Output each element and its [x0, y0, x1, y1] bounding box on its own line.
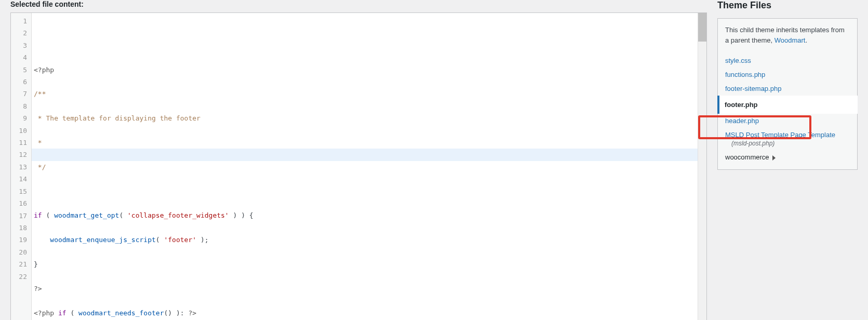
file-item-footer-php[interactable]: footer.php	[717, 96, 858, 114]
section-title: Selected file content:	[10, 0, 707, 8]
code-area[interactable]: <?php /** * The template for displaying …	[32, 13, 698, 320]
file-item-msld-post[interactable]: MSLD Post Template Page Template(msld-po…	[718, 128, 857, 150]
file-subname: (msld-post.php)	[725, 140, 850, 147]
file-item-functions-php[interactable]: functions.php	[718, 68, 857, 82]
folder-woocommerce[interactable]: woocommerce	[718, 150, 857, 164]
file-list: style.css functions.php footer-sitemap.p…	[718, 54, 857, 169]
file-item-header-php[interactable]: header.php	[718, 114, 857, 128]
scroll-thumb[interactable]	[698, 13, 706, 42]
file-item-footer-sitemap-php[interactable]: footer-sitemap.php	[718, 82, 857, 96]
vertical-scrollbar[interactable]	[698, 13, 706, 320]
file-item-style-css[interactable]: style.css	[718, 54, 857, 68]
sidebar-title: Theme Files	[717, 0, 858, 11]
parent-theme-link[interactable]: Woodmart	[774, 36, 806, 44]
sidebar-intro-text: This child theme inherits templates from…	[718, 19, 857, 49]
chevron-right-icon	[772, 155, 776, 161]
line-number-gutter: 1 2 3 4 5 6 7 8 9 10 11 12 13 14 15 16 1…	[11, 13, 32, 320]
theme-files-panel: This child theme inherits templates from…	[717, 18, 858, 170]
code-editor[interactable]: 1 2 3 4 5 6 7 8 9 10 11 12 13 14 15 16 1…	[10, 12, 707, 320]
